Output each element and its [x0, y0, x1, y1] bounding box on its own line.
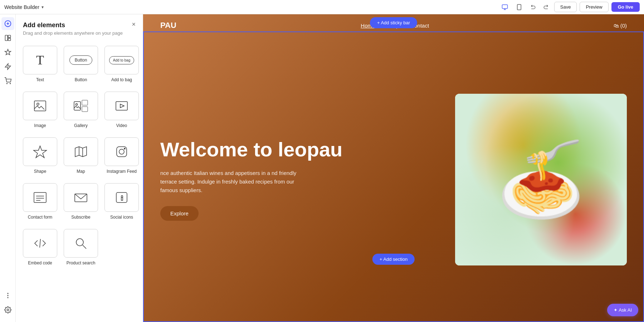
svg-point-19: [76, 104, 78, 106]
element-item-image[interactable]: Image: [21, 89, 59, 131]
redo-btn[interactable]: [540, 1, 551, 13]
element-label-map: Map: [77, 169, 85, 174]
sidebar-item-layers[interactable]: [1, 31, 14, 44]
pasta-image: [455, 94, 627, 265]
sidebar-item-ai[interactable]: [1, 60, 14, 73]
main-area: Add elements Drag and drop elements anyw…: [0, 14, 644, 322]
element-label-embed: Embed code: [28, 260, 52, 265]
add-section-button[interactable]: + Add section: [372, 254, 415, 265]
canvas-inner: PAU Home Shop Contact 🛍 (0) Welco: [143, 14, 644, 322]
element-icon-image: [23, 92, 57, 120]
element-icon-contact: [23, 183, 57, 212]
svg-rect-21: [82, 107, 88, 112]
svg-point-12: [8, 293, 8, 294]
panel-subtitle: Drag and drop elements anywhere on your …: [23, 30, 123, 36]
element-item-contact[interactable]: Contact form: [21, 180, 59, 223]
element-label-image: Image: [34, 123, 46, 128]
element-item-embed[interactable]: Embed code: [21, 226, 59, 268]
sidebar-item-add[interactable]: [1, 17, 14, 30]
svg-point-14: [8, 297, 8, 298]
preview-cart[interactable]: 🛍 (0): [614, 23, 627, 29]
undo-redo-group: [528, 1, 551, 13]
svg-marker-23: [120, 104, 124, 108]
element-label-subscribe: Subscribe: [71, 215, 90, 220]
undo-btn[interactable]: [528, 1, 539, 13]
element-icon-map: [64, 137, 98, 166]
cart-icon: 🛍: [614, 23, 619, 29]
add-sticky-bar-button[interactable]: + Add sticky bar: [370, 17, 417, 28]
element-item-social[interactable]: Social icons: [103, 180, 140, 223]
element-item-subscribe[interactable]: Subscribe: [62, 180, 99, 223]
explore-button[interactable]: Explore: [160, 206, 199, 221]
panel-title: Add elements: [23, 21, 123, 29]
app-title: Website Builder: [4, 4, 39, 10]
svg-point-13: [8, 295, 8, 296]
svg-line-36: [40, 239, 40, 248]
save-button[interactable]: Save: [554, 2, 577, 12]
desktop-view-btn[interactable]: [499, 1, 511, 13]
element-label-button: Button: [75, 77, 87, 82]
element-label-video: Video: [116, 123, 127, 128]
top-bar-actions: Save Preview Go live: [499, 1, 640, 13]
mobile-view-btn[interactable]: [513, 1, 525, 13]
site-preview: PAU Home Shop Contact 🛍 (0) Welco: [143, 14, 644, 322]
element-item-addtobag[interactable]: Add to bag Add to bag: [103, 43, 140, 85]
cart-count: (0): [620, 23, 627, 29]
element-label-instagram: Instagram Feed: [107, 169, 137, 174]
panel-header: Add elements Drag and drop elements anyw…: [16, 14, 143, 39]
svg-rect-8: [8, 38, 10, 41]
svg-point-29: [124, 148, 125, 149]
hero-image: [455, 94, 627, 265]
element-label-text: Text: [36, 77, 44, 82]
element-label-gallery: Gallery: [74, 123, 88, 128]
element-label-addtobag: Add to bag: [111, 77, 132, 82]
go-live-button[interactable]: Go live: [611, 2, 640, 12]
element-icon-embed: [23, 229, 57, 258]
svg-point-15: [7, 309, 9, 311]
element-item-shape[interactable]: Shape: [21, 135, 59, 177]
svg-point-37: [76, 239, 83, 246]
svg-point-17: [37, 103, 39, 105]
sidebar-item-store[interactable]: [1, 74, 14, 87]
add-elements-panel: Add elements Drag and drop elements anyw…: [16, 14, 143, 322]
element-icon-search: [64, 229, 98, 258]
element-item-text[interactable]: T Text: [21, 43, 59, 85]
svg-rect-22: [116, 102, 127, 110]
element-item-instagram[interactable]: Instagram Feed: [103, 135, 140, 177]
element-icon-addtobag: Add to bag: [104, 46, 139, 74]
hero-title: Welcome to leopau: [160, 138, 455, 161]
element-item-button[interactable]: Button Button: [62, 43, 99, 85]
hero-desc: nce authentic Italian wines and appetise…: [160, 169, 303, 195]
element-item-video[interactable]: Video: [103, 89, 140, 131]
elements-grid: T Text Button Button Add to bag Add to b…: [16, 39, 143, 275]
svg-line-38: [83, 245, 86, 249]
svg-rect-30: [34, 192, 46, 203]
svg-point-10: [6, 83, 7, 84]
chevron-icon[interactable]: ▾: [42, 5, 44, 10]
element-icon-text: T: [23, 46, 57, 74]
preview-logo: PAU: [160, 21, 176, 30]
element-icon-video: [104, 92, 139, 120]
element-item-gallery[interactable]: Gallery: [62, 89, 99, 131]
svg-rect-18: [74, 102, 80, 110]
preview-button[interactable]: Preview: [580, 2, 608, 12]
panel-close-button[interactable]: ×: [132, 21, 136, 28]
sidebar-item-settings[interactable]: [1, 303, 14, 316]
ask-ai-button[interactable]: ✦ Ask AI: [607, 304, 638, 316]
svg-point-11: [10, 83, 10, 84]
svg-marker-24: [34, 146, 47, 158]
element-item-search[interactable]: Product search: [62, 226, 99, 268]
svg-rect-7: [8, 35, 10, 38]
svg-rect-20: [82, 100, 88, 105]
element-label-social: Social icons: [110, 215, 133, 220]
sidebar-item-more[interactable]: [1, 289, 14, 302]
svg-rect-1: [517, 4, 521, 10]
svg-rect-0: [502, 5, 507, 9]
element-icon-gallery: [64, 92, 98, 120]
svg-marker-9: [5, 64, 10, 70]
sidebar-item-shapes[interactable]: [1, 46, 14, 59]
svg-point-28: [119, 149, 124, 154]
canvas-area: PAU Home Shop Contact 🛍 (0) Welco: [143, 14, 644, 322]
element-item-map[interactable]: Map: [62, 135, 99, 177]
preview-hero: Welcome to leopau nce authentic Italian …: [143, 36, 644, 316]
